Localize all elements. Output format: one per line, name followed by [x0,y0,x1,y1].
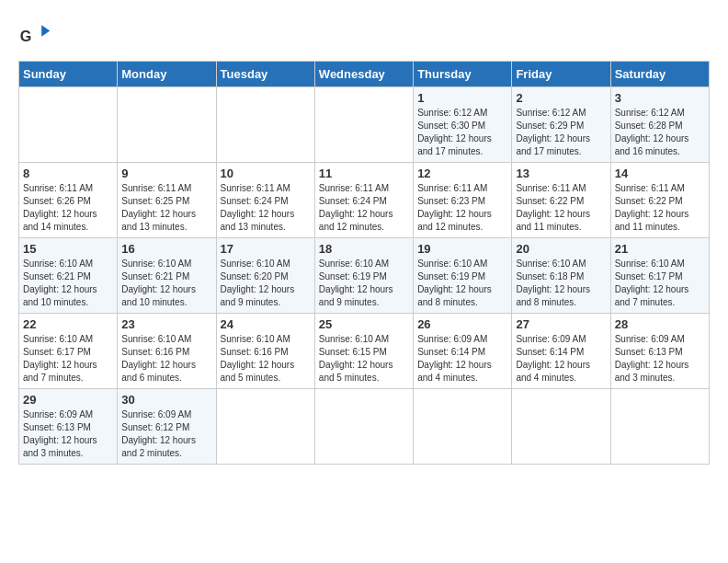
cell-info: Sunrise: 6:09 AMSunset: 6:12 PMDaylight:… [121,409,196,458]
cell-info: Sunrise: 6:10 AMSunset: 6:17 PMDaylight:… [23,334,97,383]
cell-info: Sunrise: 6:10 AMSunset: 6:19 PMDaylight:… [319,259,393,307]
calendar-cell: 3 Sunrise: 6:12 AMSunset: 6:28 PMDayligh… [610,87,709,163]
calendar-cell: 25 Sunrise: 6:10 AMSunset: 6:15 PMDaylig… [314,314,413,389]
calendar-cell: 30 Sunrise: 6:09 AMSunset: 6:12 PMDaylig… [118,389,216,465]
day-header-sunday: Sunday [19,62,118,87]
cell-info: Sunrise: 6:11 AMSunset: 6:24 PMDaylight:… [319,183,393,232]
calendar-cell: 23 Sunrise: 6:10 AMSunset: 6:16 PMDaylig… [118,314,216,389]
calendar-cell: 19 Sunrise: 6:10 AMSunset: 6:19 PMDaylig… [414,238,512,314]
cell-info: Sunrise: 6:09 AMSunset: 6:13 PMDaylight:… [615,334,689,383]
day-header-friday: Friday [512,62,610,87]
day-number: 13 [516,167,606,180]
cell-info: Sunrise: 6:11 AMSunset: 6:26 PMDaylight:… [23,183,97,232]
cell-info: Sunrise: 6:10 AMSunset: 6:16 PMDaylight:… [221,334,295,383]
cell-info: Sunrise: 6:11 AMSunset: 6:25 PMDaylight:… [121,183,196,232]
day-header-tuesday: Tuesday [216,62,314,87]
cell-info: Sunrise: 6:11 AMSunset: 6:23 PMDaylight:… [417,183,492,232]
day-number: 25 [319,317,409,331]
calendar-cell [314,87,413,163]
day-number: 14 [615,167,705,180]
day-number: 22 [23,317,113,331]
day-number: 1 [417,91,507,105]
calendar-cell [314,389,413,465]
calendar-cell: 14 Sunrise: 6:11 AMSunset: 6:22 PMDaylig… [610,163,709,238]
day-header-thursday: Thursday [414,62,512,87]
day-number: 8 [23,167,113,180]
day-number: 3 [615,91,705,105]
day-number: 12 [417,167,507,180]
day-number: 21 [615,242,705,256]
calendar-cell: 9 Sunrise: 6:11 AMSunset: 6:25 PMDayligh… [118,163,216,238]
cell-info: Sunrise: 6:11 AMSunset: 6:22 PMDaylight:… [516,183,590,232]
calendar-cell: 15 Sunrise: 6:10 AMSunset: 6:21 PMDaylig… [19,238,118,314]
calendar-cell: 21 Sunrise: 6:10 AMSunset: 6:17 PMDaylig… [610,238,709,314]
calendar-cell: 12 Sunrise: 6:11 AMSunset: 6:23 PMDaylig… [414,163,512,238]
cell-info: Sunrise: 6:11 AMSunset: 6:24 PMDaylight:… [221,183,295,232]
page-header: G [18,18,710,52]
day-number: 10 [221,167,311,180]
calendar-cell [118,87,216,163]
calendar-cell [216,389,314,465]
logo: G [18,18,55,52]
cell-info: Sunrise: 6:10 AMSunset: 6:15 PMDaylight:… [319,334,393,383]
calendar-cell: 27 Sunrise: 6:09 AMSunset: 6:14 PMDaylig… [512,314,610,389]
calendar-cell [414,389,512,465]
cell-info: Sunrise: 6:10 AMSunset: 6:20 PMDaylight:… [221,259,295,307]
calendar-cell: 24 Sunrise: 6:10 AMSunset: 6:16 PMDaylig… [216,314,314,389]
cell-info: Sunrise: 6:10 AMSunset: 6:21 PMDaylight:… [23,259,97,307]
day-number: 2 [516,91,606,105]
calendar-cell [512,389,610,465]
calendar-cell: 13 Sunrise: 6:11 AMSunset: 6:22 PMDaylig… [512,163,610,238]
day-number: 29 [23,393,113,407]
calendar-cell: 20 Sunrise: 6:10 AMSunset: 6:18 PMDaylig… [512,238,610,314]
day-number: 20 [516,242,606,256]
day-number: 24 [221,317,311,331]
day-number: 23 [121,317,211,331]
cell-info: Sunrise: 6:10 AMSunset: 6:21 PMDaylight:… [121,259,196,307]
day-header-wednesday: Wednesday [314,62,413,87]
calendar-cell: 2 Sunrise: 6:12 AMSunset: 6:29 PMDayligh… [512,87,610,163]
day-number: 27 [516,317,606,331]
day-number: 17 [221,242,311,256]
calendar-cell: 28 Sunrise: 6:09 AMSunset: 6:13 PMDaylig… [610,314,709,389]
cell-info: Sunrise: 6:10 AMSunset: 6:19 PMDaylight:… [417,259,492,307]
day-header-saturday: Saturday [610,62,709,87]
svg-marker-1 [41,25,50,37]
day-number: 28 [615,317,705,331]
calendar-table: SundayMondayTuesdayWednesdayThursdayFrid… [18,61,710,465]
calendar-cell: 16 Sunrise: 6:10 AMSunset: 6:21 PMDaylig… [118,238,216,314]
day-number: 9 [121,167,211,180]
cell-info: Sunrise: 6:10 AMSunset: 6:16 PMDaylight:… [121,334,196,383]
calendar-cell: 26 Sunrise: 6:09 AMSunset: 6:14 PMDaylig… [414,314,512,389]
cell-info: Sunrise: 6:09 AMSunset: 6:14 PMDaylight:… [417,334,492,383]
day-number: 30 [121,393,211,407]
calendar-cell: 29 Sunrise: 6:09 AMSunset: 6:13 PMDaylig… [19,389,118,465]
calendar-cell: 18 Sunrise: 6:10 AMSunset: 6:19 PMDaylig… [314,238,413,314]
day-number: 11 [319,167,409,180]
svg-text:G: G [20,28,32,44]
calendar-cell [610,389,709,465]
calendar-cell: 10 Sunrise: 6:11 AMSunset: 6:24 PMDaylig… [216,163,314,238]
cell-info: Sunrise: 6:09 AMSunset: 6:13 PMDaylight:… [23,409,97,458]
cell-info: Sunrise: 6:12 AMSunset: 6:30 PMDaylight:… [417,108,492,156]
cell-info: Sunrise: 6:10 AMSunset: 6:18 PMDaylight:… [516,259,590,307]
calendar-cell: 1 Sunrise: 6:12 AMSunset: 6:30 PMDayligh… [414,87,512,163]
cell-info: Sunrise: 6:12 AMSunset: 6:29 PMDaylight:… [516,108,590,156]
day-number: 18 [319,242,409,256]
calendar-cell [216,87,314,163]
day-number: 19 [417,242,507,256]
cell-info: Sunrise: 6:10 AMSunset: 6:17 PMDaylight:… [615,259,689,307]
day-number: 15 [23,242,113,256]
day-header-monday: Monday [118,62,216,87]
calendar-cell: 8 Sunrise: 6:11 AMSunset: 6:26 PMDayligh… [19,163,118,238]
calendar-cell: 11 Sunrise: 6:11 AMSunset: 6:24 PMDaylig… [314,163,413,238]
calendar-cell: 22 Sunrise: 6:10 AMSunset: 6:17 PMDaylig… [19,314,118,389]
cell-info: Sunrise: 6:11 AMSunset: 6:22 PMDaylight:… [615,183,689,232]
calendar-cell: 17 Sunrise: 6:10 AMSunset: 6:20 PMDaylig… [216,238,314,314]
cell-info: Sunrise: 6:12 AMSunset: 6:28 PMDaylight:… [615,108,689,156]
calendar-cell [19,87,118,163]
day-number: 26 [417,317,507,331]
day-number: 16 [121,242,211,256]
cell-info: Sunrise: 6:09 AMSunset: 6:14 PMDaylight:… [516,334,590,383]
